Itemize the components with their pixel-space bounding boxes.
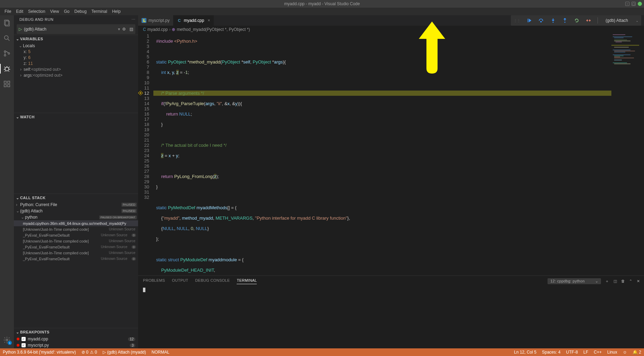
stack-frame[interactable]: _PyEval_EvalFrameDefaultUnknown Source0 (14, 256, 138, 262)
code-content[interactable]: #include <Python.h> static PyObject *met… (153, 33, 644, 276)
breakpoint-item[interactable]: ✓myscript.py3 (14, 342, 138, 348)
svg-point-4 (4, 51, 6, 52)
restart-icon[interactable] (574, 18, 579, 23)
python-file-icon: 🐍 (142, 18, 146, 23)
chevron-down-icon[interactable]: ⌄ (636, 19, 638, 23)
stack-frame[interactable]: myadd.cpython-36m-x86_64-linux-gnu.so!me… (14, 220, 138, 226)
line-gutter[interactable]: 1234567891011121314151617181920212223242… (138, 33, 153, 276)
svg-point-6 (8, 53, 10, 54)
settings-gear-icon[interactable]: 1 (3, 336, 11, 344)
menu-go[interactable]: Go (61, 9, 72, 14)
panel-tab-terminal[interactable]: TERMINAL (237, 278, 257, 284)
breakpoint-item[interactable]: ✓myadd.cpp12 (14, 336, 138, 342)
status-python[interactable]: Python 3.6.9 64-bit ('myadd': virtualenv… (0, 348, 79, 356)
window-maximize-icon[interactable]: ▢ (632, 2, 636, 6)
svg-line-10 (9, 67, 10, 68)
menu-terminal[interactable]: Terminal (89, 9, 110, 14)
breakpoint-checkbox[interactable]: ✓ (22, 343, 26, 347)
close-tab-icon[interactable]: × (207, 18, 210, 23)
window-close-icon[interactable] (638, 2, 642, 6)
var-z[interactable]: z:11 (14, 60, 138, 66)
status-eol[interactable]: LF (581, 350, 591, 355)
breakpoint-checkbox[interactable]: ✓ (22, 337, 26, 341)
menu-help[interactable]: Help (110, 9, 123, 14)
sidebar-title: DEBUG AND RUN (19, 17, 53, 22)
callstack-header[interactable]: ⌄CALL STACK (14, 194, 138, 202)
tab-myscript[interactable]: 🐍myscript.py (138, 15, 173, 26)
callstack-thread[interactable]: ⌄pythonPAUSED ON BREAKPOINT (14, 214, 138, 220)
status-lang[interactable]: C++ (591, 350, 604, 355)
stack-frame[interactable]: _PyEval_EvalFrameDefaultUnknown Source0 (14, 244, 138, 250)
menu-file[interactable]: File (2, 9, 14, 14)
config-gear-icon[interactable]: ⚙ (122, 27, 126, 32)
terminal-selector[interactable]: 12: cppdbg: python⌄ (548, 278, 601, 284)
svg-line-14 (9, 71, 9, 71)
var-args[interactable]: ›args: <optimized out> (14, 72, 138, 78)
svg-rect-15 (4, 81, 6, 83)
svg-point-2 (5, 36, 8, 40)
debug-toolbar[interactable]: ⋮⋮ (gdb) Attach ⌄ (511, 15, 641, 26)
toolbar-grip-icon[interactable]: ⋮⋮ (514, 19, 520, 23)
scm-icon[interactable] (3, 49, 11, 58)
breadcrumb[interactable]: C myadd.cpp › ⊕ method_myadd(PyObject *,… (138, 26, 644, 33)
new-terminal-icon[interactable]: ＋ (605, 279, 609, 284)
watch-header[interactable]: ⌄WATCH (14, 113, 138, 121)
stack-frame[interactable]: [Unknown/Just-In-Time compiled code]Unkn… (14, 250, 138, 256)
disconnect-icon[interactable] (586, 18, 591, 23)
var-self[interactable]: ›self: <optimized out> (14, 66, 138, 72)
debug-icon[interactable] (3, 65, 11, 73)
explorer-icon[interactable] (3, 19, 11, 27)
stack-frame[interactable]: [Unknown/Just-In-Time compiled code]Unkn… (14, 226, 138, 232)
status-debug[interactable]: ▷ (gdb) Attach (myadd) (100, 348, 149, 356)
terminal-cursor (143, 288, 145, 292)
maximize-panel-icon[interactable]: ⌃ (629, 279, 632, 283)
window-minimize-icon[interactable]: − (625, 2, 629, 6)
debug-console-icon[interactable]: ▤ (129, 27, 133, 32)
menu-edit[interactable]: Edit (14, 9, 26, 14)
panel-tab-problems[interactable]: PROBLEMS (143, 278, 165, 284)
panel-tab-output[interactable]: OUTPUT (172, 278, 188, 284)
play-icon[interactable]: ▷ (19, 27, 22, 32)
terminal-body[interactable] (138, 286, 644, 348)
menu-debug[interactable]: Debug (72, 9, 89, 14)
close-panel-icon[interactable]: ✕ (637, 279, 640, 283)
variables-header[interactable]: ⌄VARIABLES (14, 35, 138, 43)
sidebar-more-icon[interactable]: ⋯ (132, 17, 136, 22)
locals-group[interactable]: ⌄Locals (14, 43, 138, 49)
status-errors[interactable]: ⊘ 0 ⚠ 0 (79, 348, 100, 356)
breakpoints-header[interactable]: ⌄BREAKPOINTS (14, 328, 138, 336)
status-encoding[interactable]: UTF-8 (563, 350, 581, 355)
kill-terminal-icon[interactable]: 🗑 (621, 279, 625, 283)
menu-view[interactable]: View (48, 9, 61, 14)
minimap[interactable] (611, 33, 639, 276)
search-icon[interactable] (3, 34, 11, 42)
tab-myadd[interactable]: Cmyadd.cpp× (173, 15, 214, 26)
menu-selection[interactable]: Selection (26, 9, 48, 14)
svg-point-23 (565, 22, 566, 23)
extensions-icon[interactable] (3, 80, 11, 88)
split-terminal-icon[interactable]: ◫ (613, 279, 617, 283)
status-os[interactable]: Linux (604, 350, 620, 355)
toolbar-config-label[interactable]: (gdb) Attach (604, 18, 629, 23)
callstack-session-python[interactable]: ›Python: Current FilePAUSED (14, 202, 138, 208)
status-cursor[interactable]: Ln 12, Col 5 (511, 350, 539, 355)
var-x[interactable]: x:5 (14, 49, 138, 54)
svg-point-22 (553, 22, 554, 23)
status-feedback[interactable]: ☺ (620, 350, 630, 355)
stack-frame[interactable]: _PyEval_EvalFrameDefaultUnknown Source0 (14, 232, 138, 238)
step-into-icon[interactable] (550, 18, 556, 23)
code-editor[interactable]: 1234567891011121314151617181920212223242… (138, 33, 644, 276)
step-out-icon[interactable] (562, 18, 568, 23)
debug-config-selector[interactable]: ▷ (gdb) Attach ▾ ⚙▤ (17, 24, 135, 34)
svg-point-5 (4, 54, 6, 56)
status-notifications[interactable]: 🔔 2 (630, 350, 644, 355)
svg-point-7 (5, 67, 9, 71)
status-spaces[interactable]: Spaces: 4 (539, 350, 563, 355)
svg-rect-18 (8, 81, 10, 83)
var-y[interactable]: y:6 (14, 54, 138, 60)
callstack-session-gdb[interactable]: ⌄(gdb) AttachPAUSED (14, 208, 138, 214)
stack-frame[interactable]: [Unknown/Just-In-Time compiled code]Unkn… (14, 238, 138, 244)
step-over-icon[interactable] (539, 18, 544, 23)
panel-tab-debugconsole[interactable]: DEBUG CONSOLE (195, 278, 230, 284)
continue-icon[interactable] (527, 18, 532, 23)
